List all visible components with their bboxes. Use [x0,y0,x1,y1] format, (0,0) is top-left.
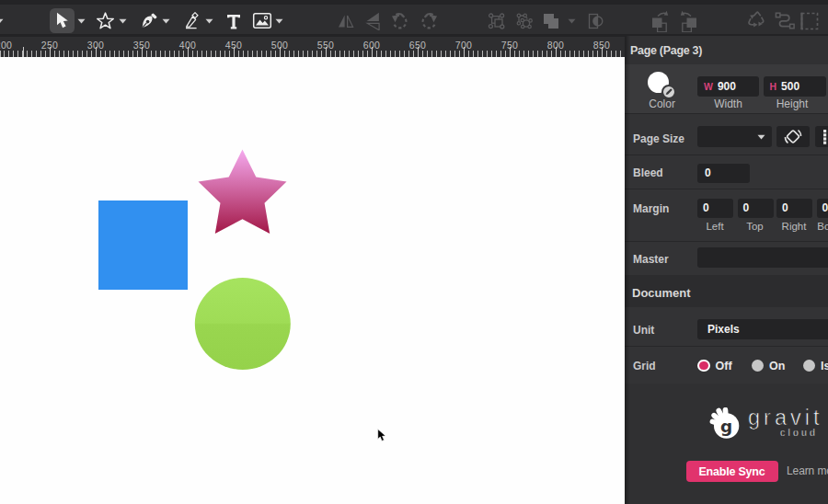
inspector-panel: Page (Page 3) Color W 900 Width H 500 [625,36,828,504]
orientation-icon [776,126,810,147]
pointer-tool-button[interactable] [50,8,75,33]
bleed-row: Bleed 0 [625,155,828,189]
freehand-tool-caret-icon[interactable] [205,18,213,24]
unit-label: Unit [633,324,654,337]
height-field[interactable]: H 500 [764,76,826,97]
marquee-icon [799,10,821,32]
margin-top-label: Top [746,221,764,233]
bring-forward-icon [650,10,672,32]
chevron-down-icon [757,134,765,140]
page-size-dropdown[interactable] [697,126,772,147]
flip-horizontal-icon [337,12,355,30]
document-section-header: Document [625,275,828,307]
group-button[interactable] [484,8,509,33]
pen-icon [140,12,158,30]
canvas[interactable] [0,57,625,504]
height-prefix: H [770,81,777,92]
pointer-tool-caret-icon[interactable] [77,18,86,24]
columns-button[interactable] [815,126,828,147]
convert-button[interactable] [744,8,769,33]
margin-label: Margin [633,202,669,215]
toolbar [0,0,828,37]
master-row: Master [625,241,828,275]
margin-left-label: Left [706,221,723,233]
height-value: 500 [781,80,799,93]
boolean-ops-caret-icon[interactable] [568,18,576,24]
gravit-cloud-logo: g [706,407,742,444]
gravit-designer-window: 2002503003504004505005506006507007508008… [0,0,828,504]
grid-row: Grid OffOnIsometric [625,346,828,384]
width-field[interactable]: W 900 [697,76,759,97]
mouse-cursor [377,429,388,443]
rotate-cw-icon [419,11,439,31]
master-dropdown[interactable] [697,247,828,268]
image-tool-button[interactable] [250,8,275,33]
color-label: Color [649,97,675,110]
ungroup-button[interactable] [512,8,536,33]
pen-tool-caret-icon[interactable] [162,18,170,24]
unit-row: Unit Pixels [625,307,828,346]
send-backward-button[interactable] [676,8,701,33]
pink-star-shape[interactable] [199,150,287,234]
freehand-tool-button[interactable] [179,8,204,33]
flip-vertical-icon [364,12,383,30]
grid-label: Grid [633,360,656,372]
margin-right-input[interactable]: 0 [776,199,812,219]
panel-header: Page (Page 3) [625,36,828,64]
rotate-ccw-icon [390,11,410,31]
text-tool-button[interactable] [221,8,246,33]
grid-radio-on[interactable] [752,360,764,372]
cloud-brand-text: cloud [780,427,818,438]
image-tool-caret-icon[interactable] [275,18,283,24]
image-icon [252,12,272,29]
mask-button[interactable] [582,8,607,33]
rotate-ccw-button[interactable] [388,8,413,33]
grid-radio-off[interactable] [697,360,710,372]
bring-forward-button[interactable] [649,8,673,33]
bleed-value: 0 [705,166,711,179]
eyedropper-icon [663,86,674,97]
rotate-cw-button[interactable] [416,8,441,33]
width-label: Width [714,97,742,110]
boolean-ops-button[interactable] [538,8,563,33]
knife-icon [183,12,201,30]
canvas-shapes [0,57,625,504]
connector-icon [775,11,795,31]
text-icon [224,12,243,30]
connector-button[interactable] [772,8,797,33]
learn-more-link[interactable]: Learn more [787,464,828,477]
ungroup-icon [515,12,534,30]
margin-left-input[interactable]: 0 [697,199,733,219]
flip-horizontal-button[interactable] [333,8,358,33]
pen-tool-button[interactable] [136,8,161,33]
blue-square-shape[interactable] [98,200,188,290]
ruler-major-ticks [0,47,625,57]
margin-bottom-label: Bottom [817,221,828,233]
horizontal-ruler: 2002503003504004505005506006507007508008… [0,37,625,57]
recycle-icon [747,11,767,31]
shape-tool-button[interactable] [93,8,118,33]
panel-left-shadow [625,36,630,504]
margin-bottom-input[interactable]: 0 [817,199,828,219]
pointer-icon [54,12,70,29]
toolbar-top-strip [0,0,828,5]
bleed-input[interactable]: 0 [697,164,750,183]
panel-title: Page (Page 3) [630,44,702,57]
margin-top-input[interactable]: 0 [738,199,774,219]
star-icon [96,11,115,30]
enable-sync-button[interactable]: Enable Sync [686,461,778,482]
flip-vertical-button[interactable] [362,8,386,33]
grid-radio-isometric[interactable] [803,360,815,372]
shape-tool-caret-icon[interactable] [119,18,127,24]
send-backward-icon [677,10,699,32]
height-label: Height [776,97,809,110]
grid-radio-label: On [769,360,785,372]
bleed-label: Bleed [633,166,663,179]
green-circle-shape[interactable] [195,278,291,370]
clipped-dropdown-caret-icon[interactable] [0,18,4,24]
boolean-union-icon [541,11,561,31]
unit-dropdown[interactable]: Pixels [697,319,828,339]
orientation-button[interactable] [776,126,810,147]
page-size-section: Color W 900 Width H 500 Height [625,64,828,114]
marquee-button[interactable] [797,8,822,33]
